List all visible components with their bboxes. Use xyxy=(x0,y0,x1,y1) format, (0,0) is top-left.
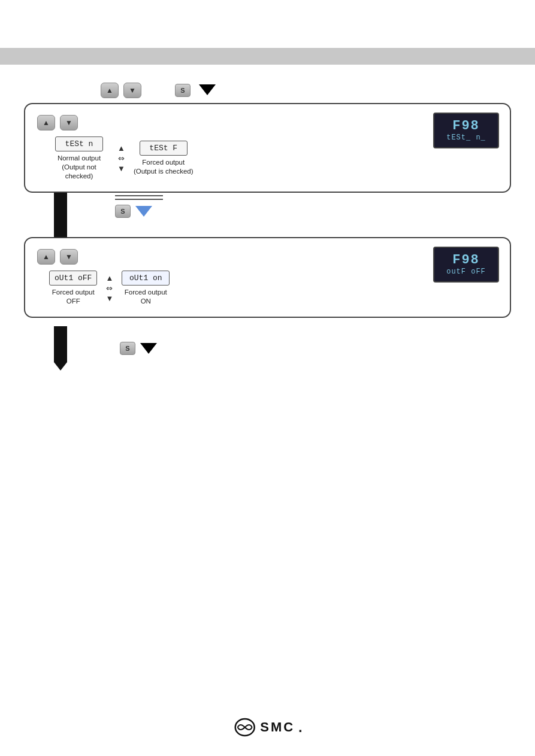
panel2-inner: oUt1 oFF Forced output OFF ▲ ⇔ ▼ oUt1 on… xyxy=(37,271,498,306)
arrow-down-blue xyxy=(135,206,152,217)
panel1-inner: tESt n Normal output (Output not checked… xyxy=(37,136,498,181)
smc-icon xyxy=(232,716,256,738)
bottom-connector-row: S xyxy=(54,326,511,371)
screen-off-group: oUt1 oFF Forced output OFF xyxy=(49,271,97,306)
up-button-p1[interactable]: ▲ xyxy=(37,115,55,130)
line2 xyxy=(115,199,163,200)
up-button-p2[interactable]: ▲ xyxy=(37,249,55,265)
arrow-down-bottom xyxy=(140,343,157,354)
smc-dot: . xyxy=(298,719,303,736)
screen-on-group: oUt1 on Forced output ON xyxy=(122,271,170,306)
bottom-arrow-head xyxy=(54,362,67,371)
set-button-intro[interactable]: S xyxy=(175,84,191,97)
bottom-set-arrow: S xyxy=(120,342,157,355)
down-button-p2[interactable]: ▼ xyxy=(60,249,78,265)
lcd-line2-1: tESt_ n_ xyxy=(446,133,486,142)
set-button-bottom[interactable]: S xyxy=(120,342,135,355)
panel-1: F98 tESt_ n_ ▲ ▼ tESt n Normal output (O… xyxy=(24,103,511,193)
bottom-arrow-shaft xyxy=(54,326,67,362)
panel-2: F98 outF oFF ▲ ▼ oUt1 oFF Forced output … xyxy=(24,237,511,318)
top-bar xyxy=(0,48,535,65)
down-button-p1[interactable]: ▼ xyxy=(60,115,78,130)
lcd-line2-2: outF oFF xyxy=(446,268,486,276)
screen-forced-on: oUt1 on xyxy=(122,271,170,286)
screen-forced-off: oUt1 oFF xyxy=(49,271,97,286)
intro-row: ▲ ▼ S xyxy=(24,83,511,98)
right-connector: S xyxy=(115,193,163,218)
label-normal: Normal output (Output not checked) xyxy=(49,154,109,181)
screen-forced: tESt F xyxy=(140,141,188,156)
smc-logo-text: SMC xyxy=(260,719,295,735)
set-arrow-row: S xyxy=(115,205,152,218)
label-off: Forced output OFF xyxy=(52,288,95,306)
panel2-top-row: ▲ ▼ xyxy=(37,249,498,265)
label-on: Forced output ON xyxy=(125,288,167,306)
lcd-line1-2: F98 xyxy=(452,253,480,268)
line1 xyxy=(115,195,163,196)
lcd-line1-1: F98 xyxy=(452,119,480,133)
screens-row-2: oUt1 oFF Forced output OFF ▲ ⇔ ▼ oUt1 on… xyxy=(49,271,170,306)
arrow-down-intro xyxy=(199,84,216,95)
screen-forced-group: tESt F Forced output (Output is checked) xyxy=(134,141,194,176)
down-button-intro[interactable]: ▼ xyxy=(123,83,141,98)
label-forced: Forced output (Output is checked) xyxy=(134,158,194,176)
set-button-connector[interactable]: S xyxy=(115,205,131,218)
screen-normal-group: tESt n Normal output (Output not checked… xyxy=(49,136,109,181)
lcd-display-2: F98 outF oFF xyxy=(433,247,499,283)
lcd-display-1: F98 tESt_ n_ xyxy=(433,113,499,148)
up-button-intro[interactable]: ▲ xyxy=(101,83,119,98)
panel1-top-row: ▲ ▼ xyxy=(37,115,498,130)
bottom-big-arrow xyxy=(54,326,67,371)
smc-logo: SMC . xyxy=(232,716,303,738)
arrow-cluster-1: ▲ ⇔ ▼ xyxy=(117,144,125,173)
screens-row-1: tESt n Normal output (Output not checked… xyxy=(49,136,194,181)
screen-normal: tESt n xyxy=(55,136,103,151)
arrow-cluster-2: ▲ ⇔ ▼ xyxy=(105,274,113,303)
